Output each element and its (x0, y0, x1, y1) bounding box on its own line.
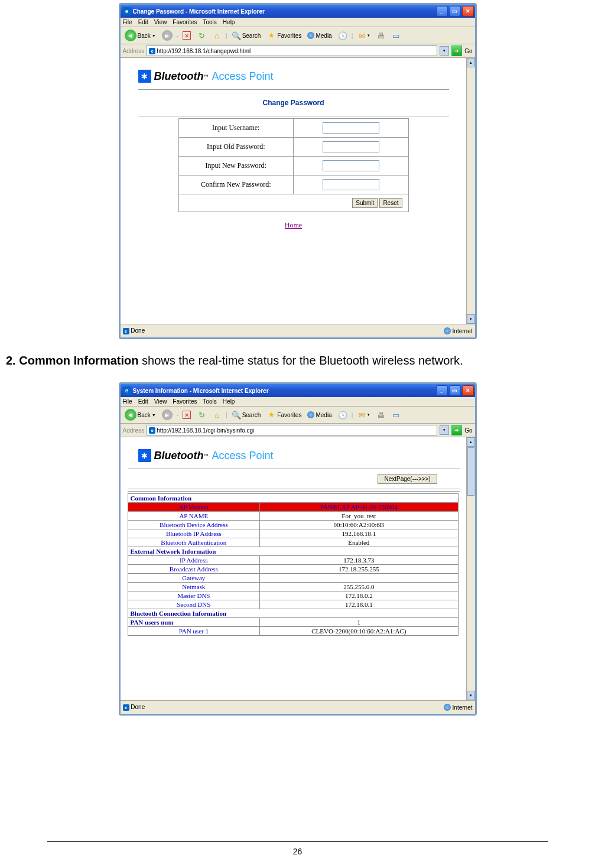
refresh-button[interactable]: ↻ (195, 409, 208, 420)
section-header: Common Information (128, 494, 458, 503)
history-button[interactable]: 🕓 (336, 30, 349, 41)
refresh-button[interactable]: ↻ (195, 30, 208, 41)
titlebar: e Change Password - Microsoft Internet E… (121, 5, 475, 18)
minimize-button[interactable]: _ (436, 385, 448, 396)
status-text: Done (131, 704, 145, 710)
body-text-bold: 2. Common Information (6, 354, 138, 367)
menu-help[interactable]: Help (223, 19, 235, 25)
row-netmask: Netmask255.255.0.0 (128, 583, 458, 591)
menu-edit[interactable]: Edit (138, 398, 148, 405)
row-pan-users-num: PAN users num1 (128, 618, 458, 627)
close-button[interactable]: ✕ (462, 6, 474, 17)
menu-favorites[interactable]: Favorites (173, 19, 197, 25)
bluetooth-icon: ∗ (138, 70, 151, 83)
row-ap-name: AP NAMEFor_you_test (128, 512, 458, 521)
menu-tools[interactable]: Tools (203, 19, 216, 25)
body-text: 2. Common Information shows the real-tim… (6, 354, 589, 368)
close-button[interactable]: ✕ (462, 385, 474, 396)
old-password-input[interactable] (323, 141, 379, 152)
restore-button[interactable]: ▭ (449, 6, 461, 17)
logo: ∗ Bluetooth™ Access Point (121, 437, 467, 467)
menu-file[interactable]: File (123, 398, 132, 405)
window-controls: _ ▭ ✕ (436, 385, 474, 396)
row-gateway: Gateway (128, 574, 458, 583)
stop-button[interactable]: ✕ (181, 410, 193, 420)
favorites-button[interactable]: ★Favorites (265, 409, 303, 420)
go-label: Go (464, 48, 472, 54)
internet-icon (444, 704, 451, 711)
menu-favorites[interactable]: Favorites (173, 398, 197, 405)
page-footer: 26 (0, 841, 595, 856)
username-input[interactable] (323, 122, 379, 134)
section-header: Bluetooth Connection Information (128, 609, 458, 618)
page-heading: Change Password (121, 99, 467, 107)
address-input[interactable]: ehttp://192.168.18.1/changepwd.html (147, 45, 437, 56)
addressbar: Address ehttp://192.168.18.1/changepwd.h… (121, 44, 475, 58)
reset-button[interactable]: Reset (379, 198, 402, 208)
scrollbar[interactable]: ▴▾ (466, 58, 475, 324)
submit-button[interactable]: Submit (352, 198, 378, 208)
common-information-table: Common Information AP VersionPAN&LAP AP-… (128, 493, 459, 636)
scrollbar[interactable]: ▴▾ (466, 437, 475, 700)
menu-file[interactable]: File (123, 19, 132, 25)
history-button[interactable]: 🕓 (336, 409, 349, 420)
ie-icon: e (123, 386, 131, 395)
page-number: 26 (293, 847, 303, 856)
status-text: Done (131, 327, 145, 334)
back-button[interactable]: ◄Back▼ (123, 29, 158, 42)
row-broadcast-address: Broadcast Address172.18.255.255 (128, 565, 458, 574)
forward-button[interactable]: ► (160, 30, 174, 41)
row-new-password: Input New Password: (178, 157, 408, 175)
row-ip-address: IP Address172.18.3.73 (128, 556, 458, 565)
menu-view[interactable]: View (154, 398, 167, 405)
menu-tools[interactable]: Tools (203, 398, 216, 405)
minimize-button[interactable]: _ (436, 6, 448, 17)
home-button[interactable]: ⌂ (210, 409, 223, 420)
toolbar: ◄Back▼ ► - ✕ ↻ ⌂ | 🔍Search ★Favorites Me… (121, 407, 475, 424)
edit-button[interactable]: ▭ (389, 30, 402, 41)
body-text-rest: shows the real-time status for the Bluet… (138, 354, 463, 367)
titlebar: e System Information - Microsoft Interne… (121, 384, 475, 397)
window-title: Change Password - Microsoft Internet Exp… (133, 8, 265, 15)
favorites-button[interactable]: ★Favorites (265, 30, 303, 41)
address-dropdown[interactable]: ▾ (440, 46, 449, 56)
menu-edit[interactable]: Edit (138, 19, 148, 25)
statusbar: e Done Internet (121, 700, 475, 714)
print-button[interactable]: 🖶 (374, 30, 387, 41)
internet-icon (444, 327, 451, 334)
ie-icon: e (123, 7, 131, 15)
menubar: File Edit View Favorites Tools Help (121, 397, 475, 407)
mail-button[interactable]: ✉▾ (355, 409, 372, 420)
home-link[interactable]: Home (121, 221, 467, 230)
row-old-password: Input Old Password: (178, 138, 408, 157)
next-page-button[interactable]: NextPage(--->>>) (378, 474, 437, 484)
row-bt-ip-address: Bluetooth IP Address192.168.18.1 (128, 529, 458, 538)
menu-help[interactable]: Help (223, 398, 235, 405)
go-button[interactable]: ➔ (451, 425, 462, 435)
stop-button[interactable]: ✕ (181, 31, 193, 40)
media-icon (307, 411, 314, 418)
go-button[interactable]: ➔ (451, 45, 462, 56)
address-input[interactable]: ehttp://192.168.18.1/cgi-bin/sysinfo.cgi (147, 425, 437, 435)
change-password-form: Input Username: Input Old Password: Inpu… (178, 118, 409, 212)
statusbar: e Done Internet (121, 324, 475, 337)
menubar: File Edit View Favorites Tools Help (121, 18, 475, 27)
row-master-dns: Master DNS172.18.0.2 (128, 591, 458, 600)
forward-button[interactable]: ► (160, 409, 174, 421)
restore-button[interactable]: ▭ (449, 385, 461, 396)
search-button[interactable]: 🔍Search (230, 30, 263, 41)
menu-view[interactable]: View (154, 19, 167, 25)
confirm-password-input[interactable] (323, 179, 379, 190)
mail-button[interactable]: ✉▾ (355, 30, 372, 41)
address-dropdown[interactable]: ▾ (440, 425, 449, 435)
media-icon (307, 32, 314, 39)
print-button[interactable]: 🖶 (374, 409, 387, 420)
edit-button[interactable]: ▭ (389, 409, 402, 420)
media-button[interactable]: Media (305, 31, 333, 40)
back-button[interactable]: ◄Back▼ (123, 408, 158, 421)
row-bt-authentication: Bluetooth AuthenticationEnabled (128, 538, 458, 547)
home-button[interactable]: ⌂ (210, 30, 223, 41)
new-password-input[interactable] (323, 160, 379, 171)
search-button[interactable]: 🔍Search (230, 409, 263, 420)
media-button[interactable]: Media (305, 411, 333, 419)
